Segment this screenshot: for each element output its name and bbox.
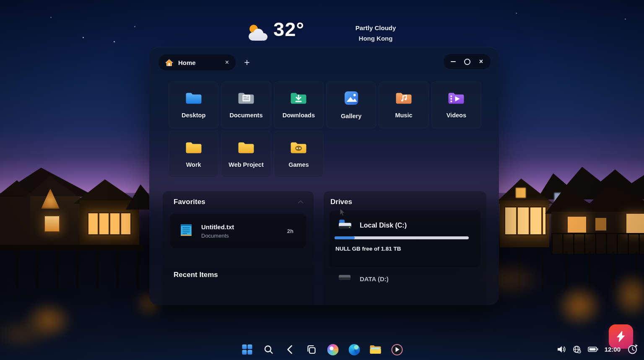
chevron-up-icon[interactable]: [298, 200, 304, 204]
new-tab-button[interactable]: +: [239, 54, 255, 70]
quickaccess-tile-games[interactable]: Games: [274, 131, 324, 178]
tab-label: Home: [178, 59, 220, 66]
battery-icon[interactable]: [588, 347, 598, 352]
edge-button[interactable]: [348, 343, 361, 356]
weather-location: Hong Kong: [342, 33, 409, 44]
favorite-file-row[interactable]: Untitled.txt Documents 2h: [170, 214, 306, 248]
minimize-icon: [451, 61, 456, 62]
drive-name: DATA (D:): [360, 275, 389, 282]
star: [625, 18, 626, 20]
system-tray: 12:00: [557, 344, 638, 355]
drive-name: Local Disk (C:): [360, 222, 407, 229]
tab-home[interactable]: Home ×: [158, 54, 236, 70]
search-button[interactable]: [262, 343, 275, 356]
star: [516, 13, 517, 14]
drives-panel: Drives Local Disk (C:: [324, 191, 486, 305]
yellow-folder-icon: [185, 141, 202, 156]
videos-folder-icon: [448, 91, 465, 106]
quickaccess-tile-documents[interactable]: Documents: [221, 81, 271, 128]
quickaccess-tile-work[interactable]: Work: [169, 131, 218, 178]
network-globe-icon[interactable]: [573, 345, 582, 354]
window-controls: ×: [444, 54, 491, 69]
clock-time[interactable]: 12:00: [605, 346, 621, 353]
tile-label: Videos: [447, 112, 466, 119]
back-chevron-icon: [286, 344, 295, 355]
maximize-button[interactable]: [462, 57, 472, 66]
task-view-button[interactable]: [305, 343, 318, 356]
tile-label: Games: [288, 161, 309, 168]
quickaccess-tile-music[interactable]: Music: [379, 81, 428, 128]
desktop: 32° Partly Cloudy Hong Kong Home × + ×: [0, 0, 644, 360]
file-location: Documents: [201, 233, 287, 239]
tile-label: Gallery: [341, 113, 361, 119]
tab-close-icon[interactable]: ×: [225, 59, 229, 66]
pier-stilts: [0, 251, 143, 289]
water-reflection: [556, 284, 604, 328]
file-name: Untitled.txt: [201, 223, 287, 231]
star: [83, 37, 84, 38]
house-silhouette: [0, 197, 31, 248]
tile-label: Documents: [230, 112, 263, 119]
minimize-button[interactable]: [449, 57, 458, 66]
lit-window: [626, 213, 644, 235]
edge-browser-icon: [348, 344, 360, 355]
weather-condition: Partly Cloudy: [342, 23, 409, 33]
drive-card-c[interactable]: Local Disk (C:) NULL GB free of 1.81 TB: [330, 210, 480, 267]
lit-window: [87, 212, 132, 236]
drive-usage-bar: [335, 236, 469, 239]
documents-folder-icon: [238, 91, 254, 106]
drive-usage-fill: [335, 236, 355, 239]
notepad-icon: [180, 223, 192, 238]
lit-window: [567, 216, 587, 233]
start-button[interactable]: [241, 343, 254, 356]
history-clock-icon[interactable]: [627, 344, 638, 355]
gallery-photo-icon: [344, 91, 359, 107]
drives-title: Drives: [330, 198, 352, 206]
file-time-badge: 2h: [287, 228, 293, 234]
yellow-folder-icon: [238, 141, 254, 156]
tile-label: Work: [186, 161, 201, 168]
quickaccess-tile-web-project[interactable]: Web Project: [221, 131, 271, 178]
media-player-button[interactable]: [391, 343, 403, 356]
tile-label: Web Project: [229, 161, 264, 168]
drive-free-space: NULL GB free of 1.81 TB: [335, 246, 401, 252]
drive-card-d[interactable]: DATA (D:): [338, 273, 389, 284]
file-explorer-icon: [369, 344, 382, 355]
home-icon: [165, 59, 173, 66]
media-player-icon: [391, 344, 402, 355]
copilot-button[interactable]: [327, 343, 339, 356]
pier-deck: [0, 245, 143, 251]
weather-summary: Partly Cloudy Hong Kong: [342, 23, 409, 44]
lightning-bolt-icon: [615, 330, 627, 343]
lit-gable-window: [516, 188, 526, 198]
favorites-panel: Favorites Untitled.txt Documents: [163, 191, 314, 263]
quickaccess-tile-desktop[interactable]: Desktop: [169, 81, 218, 128]
tile-label: Desktop: [182, 112, 205, 119]
quick-access-grid: Desktop Documents: [169, 81, 481, 178]
recent-items-title: Recent Items: [174, 271, 218, 279]
search-icon: [264, 344, 274, 355]
weather-widget: 32° Partly Cloudy Hong Kong: [242, 18, 418, 47]
tile-label: Music: [395, 112, 412, 119]
temperature: 32°: [273, 18, 304, 41]
windows-logo-icon: [242, 344, 252, 355]
star: [134, 26, 135, 27]
quickaccess-tile-downloads[interactable]: Downloads: [274, 81, 324, 128]
close-button[interactable]: ×: [477, 57, 486, 66]
system-drive-icon: [338, 219, 353, 232]
lit-window: [504, 206, 547, 236]
downloads-folder-icon: [290, 91, 307, 106]
maximize-icon: [464, 59, 470, 65]
back-button[interactable]: [284, 343, 296, 356]
file-manager-window: Home × + × Desktop: [149, 47, 499, 305]
task-view-icon: [306, 344, 317, 355]
quickaccess-tile-gallery[interactable]: Gallery: [326, 81, 376, 128]
favorites-title: Favorites: [174, 198, 205, 206]
star: [50, 17, 52, 18]
quickaccess-tile-videos[interactable]: Videos: [431, 81, 481, 128]
games-folder-icon: [290, 141, 307, 156]
volume-icon[interactable]: [557, 345, 566, 353]
lit-window: [44, 215, 60, 232]
drive-icon: [338, 273, 352, 284]
file-explorer-button[interactable]: [369, 343, 382, 356]
